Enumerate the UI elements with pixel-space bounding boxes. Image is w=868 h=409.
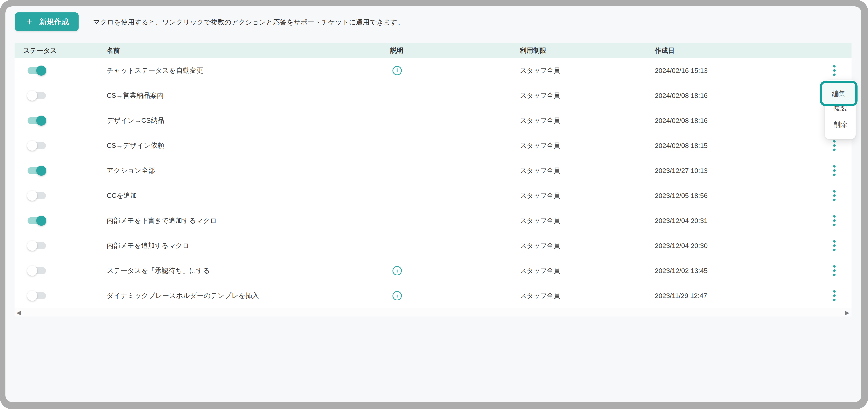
restriction-cell: スタッフ全員 — [520, 108, 560, 133]
macro-name-cell: ステータスを「承認待ち」にする — [107, 258, 210, 283]
created-date-cell: 2023/12/04 20:30 — [655, 233, 708, 258]
kebab-menu-icon[interactable] — [829, 183, 839, 208]
macro-settings-card: ＋ 新規作成 マクロを使用すると、ワンクリックで複数のアクションと応答をサポート… — [5, 6, 861, 402]
status-toggle[interactable] — [28, 267, 46, 274]
menu-item-delete[interactable]: 削除 — [825, 116, 856, 133]
column-header-description: 説明 — [390, 43, 404, 58]
column-header-restriction: 利用制限 — [520, 43, 546, 58]
horizontal-scrollbar[interactable]: ◀ ▶ — [14, 308, 851, 316]
status-toggle[interactable] — [28, 67, 46, 74]
status-toggle[interactable] — [28, 92, 46, 99]
created-date-cell: 2024/02/08 18:15 — [655, 133, 708, 158]
toggle-knob — [27, 140, 37, 151]
macro-name-cell: 内部メモを下書きで追加するマクロ — [107, 208, 217, 233]
table-row: ダイナミックプレースホルダーのテンプレを挿入 i スタッフ全員 2023/11/… — [14, 283, 851, 308]
toggle-knob — [27, 266, 37, 276]
restriction-cell: スタッフ全員 — [520, 83, 560, 108]
toggle-knob — [27, 291, 37, 301]
macro-name-cell: ダイナミックプレースホルダーのテンプレを挿入 — [107, 283, 259, 308]
toggle-knob — [36, 166, 46, 176]
table-row: アクション全部 i スタッフ全員 2023/12/27 10:13 — [14, 158, 851, 183]
kebab-menu-icon[interactable] — [829, 283, 839, 308]
toggle-knob — [27, 91, 37, 101]
table-row: CS→デザイン依頼 i スタッフ全員 2024/02/08 18:15 — [14, 133, 851, 158]
info-icon[interactable]: i — [393, 266, 402, 275]
column-header-created: 作成日 — [655, 43, 675, 58]
toggle-knob — [36, 116, 46, 126]
info-icon[interactable]: i — [393, 291, 402, 301]
table-row: CCを追加 i スタッフ全員 2023/12/05 18:56 — [14, 183, 851, 208]
create-new-label: 新規作成 — [39, 17, 69, 27]
edit-highlight-box[interactable]: 編集 — [820, 81, 858, 106]
created-date-cell: 2023/12/04 20:31 — [655, 208, 708, 233]
created-date-cell: 2023/12/05 18:56 — [655, 183, 708, 208]
created-date-cell: 2023/12/27 10:13 — [655, 158, 708, 183]
scroll-right-icon[interactable]: ▶ — [845, 308, 849, 316]
restriction-cell: スタッフ全員 — [520, 183, 560, 208]
create-new-button[interactable]: ＋ 新規作成 — [15, 12, 79, 31]
status-toggle[interactable] — [28, 292, 46, 299]
restriction-cell: スタッフ全員 — [520, 208, 560, 233]
macro-name-cell: CS→デザイン依頼 — [107, 133, 164, 158]
macro-name-cell: チャットステータスを自動変更 — [107, 58, 203, 83]
macro-name-cell: 内部メモを追加するマクロ — [107, 233, 190, 258]
restriction-cell: スタッフ全員 — [520, 283, 560, 308]
table-row: 内部メモを下書きで追加するマクロ i スタッフ全員 2023/12/04 20:… — [14, 208, 851, 233]
created-date-cell: 2023/11/29 12:47 — [655, 283, 707, 308]
kebab-menu-icon[interactable] — [829, 158, 839, 183]
toggle-knob — [36, 66, 46, 75]
table-row: ステータスを「承認待ち」にする i スタッフ全員 2023/12/02 13:4… — [14, 258, 851, 283]
restriction-cell: スタッフ全員 — [520, 133, 560, 158]
toggle-knob — [27, 241, 37, 251]
table-row: デザイン→CS納品 i スタッフ全員 2024/02/08 18:16 — [14, 108, 851, 133]
status-toggle[interactable] — [28, 242, 46, 249]
toggle-knob — [27, 191, 37, 201]
created-date-cell: 2024/02/08 18:16 — [655, 83, 708, 108]
info-icon[interactable]: i — [393, 66, 402, 75]
info-glyph: i — [396, 293, 398, 299]
status-toggle[interactable] — [28, 117, 46, 124]
macro-name-cell: CCを追加 — [107, 183, 137, 208]
created-date-cell: 2024/02/16 15:13 — [655, 58, 708, 83]
status-toggle[interactable] — [28, 142, 46, 149]
column-header-status: ステータス — [23, 43, 57, 58]
kebab-menu-icon[interactable] — [829, 258, 839, 283]
restriction-cell: スタッフ全員 — [520, 258, 560, 283]
macro-table: ステータス 名前 説明 利用制限 作成日 チャットステータスを自動変更 i スタ… — [14, 43, 851, 316]
status-toggle[interactable] — [28, 167, 46, 174]
toggle-knob — [36, 216, 46, 226]
table-row: チャットステータスを自動変更 i スタッフ全員 2024/02/16 15:13 — [14, 58, 851, 83]
restriction-cell: スタッフ全員 — [520, 58, 560, 83]
info-glyph: i — [396, 68, 398, 74]
status-toggle[interactable] — [28, 217, 46, 224]
scroll-left-icon[interactable]: ◀ — [17, 308, 21, 316]
kebab-menu-icon[interactable] — [829, 233, 839, 258]
restriction-cell: スタッフ全員 — [520, 233, 560, 258]
table-row: CS→営業納品案内 i スタッフ全員 2024/02/08 18:16 — [14, 83, 851, 108]
macro-name-cell: アクション全部 — [107, 158, 155, 183]
column-header-name: 名前 — [107, 43, 120, 58]
restriction-cell: スタッフ全員 — [520, 158, 560, 183]
created-date-cell: 2023/12/02 13:45 — [655, 258, 708, 283]
info-glyph: i — [396, 268, 398, 274]
created-date-cell: 2024/02/08 18:16 — [655, 108, 708, 133]
kebab-menu-icon[interactable] — [829, 58, 839, 83]
table-header: ステータス 名前 説明 利用制限 作成日 — [14, 43, 851, 58]
macro-name-cell: デザイン→CS納品 — [107, 108, 164, 133]
status-toggle[interactable] — [28, 192, 46, 199]
macro-name-cell: CS→営業納品案内 — [107, 83, 164, 108]
plus-icon: ＋ — [25, 17, 34, 26]
kebab-menu-icon[interactable] — [829, 208, 839, 233]
macro-description-text: マクロを使用すると、ワンクリックで複数のアクションと応答をサポートチケットに適用… — [93, 18, 404, 27]
table-row: 内部メモを追加するマクロ i スタッフ全員 2023/12/04 20:30 — [14, 233, 851, 258]
